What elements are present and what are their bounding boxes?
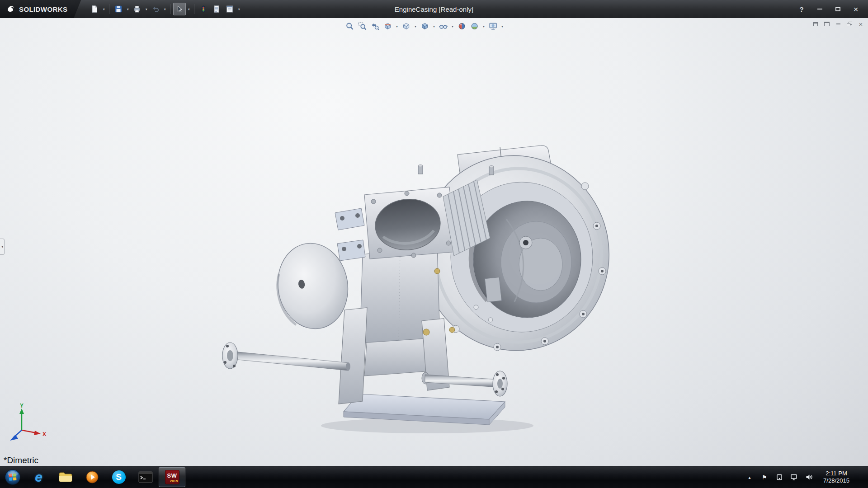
toolbar-separator [170,4,170,14]
new-document-button[interactable] [88,3,101,15]
restore-icon [847,22,852,26]
select-button[interactable] [173,3,186,15]
view-orientation-button[interactable] [401,20,412,32]
document-window-controls: × [812,21,864,27]
maximize-icon [835,7,840,11]
undo-button[interactable] [149,3,162,15]
doc-window-button[interactable] [812,21,819,27]
taskbar-app-solidworks[interactable]: SW 2015 [159,467,185,487]
windows-start-icon [4,469,21,486]
new-document-icon [90,5,99,14]
skype-letter: S [116,472,122,482]
taskbar-clock[interactable]: 2:11 PM 7/28/2015 [820,470,853,484]
dropdown-icon[interactable]: ▾ [500,24,505,28]
display-style-button[interactable] [419,20,431,32]
print-icon [132,5,142,14]
doc-restore-button[interactable] [846,21,853,27]
edit-appearance-button[interactable] [456,20,468,32]
dropdown-icon[interactable]: ▾ [395,24,400,28]
device-icon[interactable] [775,472,784,483]
view-settings-button[interactable] [487,20,499,32]
window-title: EngineCasing [Read-only] [395,5,473,13]
folder-icon [58,471,73,483]
clock-date: 7/28/2015 [823,477,849,484]
doc-window-button[interactable] [823,21,830,27]
start-button[interactable] [0,466,25,488]
media-player-icon [85,470,99,484]
minimize-button[interactable] [815,4,825,14]
solidworks-logo[interactable]: SOLIDWORKS [0,0,81,18]
window-icon [813,22,818,26]
dropdown-icon[interactable]: ▾ [432,24,437,28]
dropdown-icon[interactable]: ▾ [413,24,418,28]
rebuild-traffic-light-icon [199,5,208,14]
panel-flyout-tab[interactable]: ◂ [0,239,5,255]
triad-y-label: Y [20,403,24,409]
orientation-triad[interactable]: Y X [6,403,52,446]
dropdown-icon[interactable]: ▾ [125,7,130,11]
close-button[interactable]: × [851,4,861,14]
previous-view-button[interactable] [369,20,381,32]
options-button[interactable] [223,3,236,15]
hide-show-items-button[interactable] [438,20,449,32]
graphics-viewport[interactable]: ▾ ▾ ▾ [0,18,868,466]
window-controls: ? × [797,4,868,14]
save-icon [114,5,123,14]
hide-show-items-icon [439,22,448,31]
zoom-to-fit-icon [345,22,354,31]
solidworks-taskbar-icon: SW 2015 [165,470,179,484]
clock-time: 2:11 PM [826,470,847,477]
taskbar-app-file-explorer[interactable] [52,466,79,488]
solidworks-window: SOLIDWORKS ▾ ▾ [0,0,868,488]
hidden-icons-chevron[interactable]: ▴ [745,472,754,483]
save-button[interactable] [112,3,125,15]
titlebar[interactable]: SOLIDWORKS ▾ ▾ [0,0,868,18]
system-tray: ▴ ⚑ 2:11 PM 7/28/2015 [745,466,868,488]
view-orientation-label: *Dimetric [4,455,38,465]
minimize-icon [836,23,840,24]
select-cursor-icon [175,5,184,14]
print-button[interactable] [131,3,143,15]
dropdown-icon[interactable]: ▾ [450,24,455,28]
doc-minimize-button[interactable] [835,21,842,27]
doc-close-button[interactable]: × [857,21,864,27]
section-view-icon [383,22,392,31]
network-display-icon[interactable] [790,472,799,483]
taskbar-app-skype[interactable]: S [105,466,132,488]
apply-scene-button[interactable] [469,20,481,32]
maximize-button[interactable] [833,4,843,14]
taskbar-app-command-prompt[interactable] [132,466,159,488]
engine-casing-model[interactable] [0,18,868,466]
dropdown-icon[interactable]: ▾ [144,7,149,11]
apply-scene-icon [470,22,479,31]
titlebar-toolbar: ▾ ▾ ▾ [88,3,241,15]
taskbar-app-media-player[interactable] [79,466,105,488]
zoom-to-fit-button[interactable] [344,20,356,32]
taskbar: e S [0,466,868,488]
skype-icon: S [112,470,126,484]
zoom-to-area-button[interactable] [357,20,368,32]
view-settings-icon [489,22,498,31]
action-center-flag-icon[interactable]: ⚑ [760,472,769,483]
internet-explorer-icon: e [35,469,42,485]
heads-up-toolbar: ▾ ▾ ▾ [344,20,505,32]
section-view-button[interactable] [382,20,394,32]
toolbar-separator [194,4,194,14]
previous-view-icon [371,22,380,31]
rebuild-button[interactable] [197,3,210,15]
file-properties-button[interactable] [210,3,223,15]
ds-mark-icon [6,5,15,14]
help-button[interactable]: ? [797,4,807,14]
dropdown-icon[interactable]: ▾ [101,7,106,11]
zoom-to-area-icon [358,22,367,31]
taskbar-app-internet-explorer[interactable]: e [25,466,52,488]
dropdown-icon[interactable]: ▾ [186,7,191,11]
undo-icon [151,5,160,14]
solidworks-year-badge: 2015 [170,479,178,483]
edit-appearance-icon [458,22,467,31]
dropdown-icon[interactable]: ▾ [162,7,167,11]
dropdown-icon[interactable]: ▾ [236,7,241,11]
solidworks-logo-letters: SW [167,472,177,479]
volume-icon[interactable] [805,472,814,483]
dropdown-icon[interactable]: ▾ [481,24,486,28]
